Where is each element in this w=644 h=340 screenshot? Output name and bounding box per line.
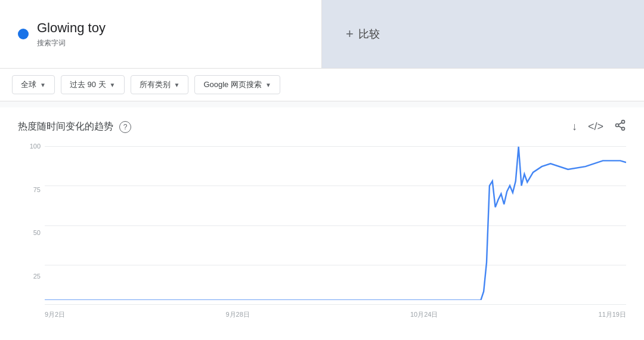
filter-category[interactable]: 所有类别 ▼ [131,75,189,94]
filter-time[interactable]: 过去 90 天 ▼ [61,75,125,94]
chart-section: 热度随时间变化的趋势 ? ↓ </> 100 75 50 25 [0,107,644,340]
x-label-sep2: 9月2日 [45,310,65,319]
y-label-75: 75 [18,186,41,193]
share-icon[interactable] [614,119,626,134]
chart-title-group: 热度随时间变化的趋势 ? [18,120,131,133]
embed-icon[interactable]: </> [588,120,603,133]
chart-title: 热度随时间变化的趋势 [18,120,113,133]
search-term-dot [18,29,29,39]
svg-point-0 [622,120,625,123]
svg-line-4 [618,122,622,124]
x-label-sep28: 9月28日 [225,310,249,319]
chart-header: 热度随时间变化的趋势 ? ↓ </> [18,119,626,134]
filter-search-type[interactable]: Google 网页搜索 ▼ [194,75,280,94]
y-label-50: 50 [18,229,41,236]
chevron-down-icon: ▼ [40,82,46,88]
search-term-subtitle: 搜索字词 [37,39,66,47]
x-labels: 9月2日 9月28日 10月24日 11月19日 [45,310,626,319]
line-chart-svg [45,146,626,300]
chevron-down-icon: ▼ [174,82,180,88]
search-term-title: Glowing toy [37,20,106,37]
help-icon[interactable]: ? [119,121,131,133]
filter-region[interactable]: 全球 ▼ [12,75,55,94]
chart-actions: ↓ </> [572,119,626,134]
svg-point-1 [616,124,619,127]
y-label-25: 25 [18,273,41,280]
x-label-oct24: 10月24日 [410,310,438,319]
svg-point-2 [622,127,625,130]
filter-bar: 全球 ▼ 过去 90 天 ▼ 所有类别 ▼ Google 网页搜索 ▼ [0,69,644,101]
compare-plus-icon: + [346,26,354,42]
x-label-nov19: 11月19日 [599,310,626,319]
top-bar: Glowing toy 搜索字词 + 比较 [0,0,644,69]
chart-container: 100 75 50 25 9月2日 9月28日 10月24日 11月19日 [18,146,626,319]
download-icon[interactable]: ↓ [572,120,577,133]
search-term-text: Glowing toy 搜索字词 [37,20,106,48]
chevron-down-icon: ▼ [265,82,271,88]
compare-box[interactable]: + 比较 [322,0,644,68]
svg-line-3 [618,126,622,128]
chevron-down-icon: ▼ [110,82,116,88]
compare-label: 比较 [358,27,380,41]
search-term-box: Glowing toy 搜索字词 [0,0,322,68]
y-label-100: 100 [18,143,41,150]
